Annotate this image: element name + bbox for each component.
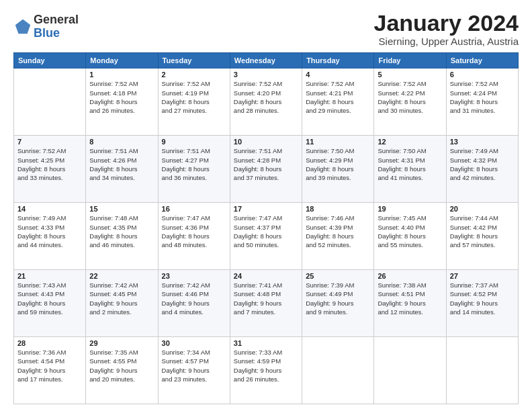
calendar-cell (374, 337, 446, 404)
day-info: Sunrise: 7:50 AMSunset: 4:31 PMDaylight:… (378, 146, 442, 182)
day-number: 6 (450, 71, 515, 79)
day-number: 13 (450, 138, 515, 146)
day-info: Sunrise: 7:35 AMSunset: 4:55 PMDaylight:… (89, 348, 154, 383)
calendar-cell: 28Sunrise: 7:36 AMSunset: 4:54 PMDayligh… (14, 337, 86, 404)
day-info: Sunrise: 7:51 AMSunset: 4:26 PMDaylight:… (89, 146, 154, 182)
day-number: 22 (89, 272, 154, 280)
day-number: 27 (450, 272, 515, 280)
day-number: 4 (306, 71, 370, 79)
day-info: Sunrise: 7:43 AMSunset: 4:43 PMDaylight:… (17, 281, 82, 316)
day-info: Sunrise: 7:52 AMSunset: 4:25 PMDaylight:… (17, 146, 82, 182)
calendar-cell: 12Sunrise: 7:50 AMSunset: 4:31 PMDayligh… (374, 136, 446, 203)
day-number: 12 (378, 138, 442, 146)
main-title: January 2024 (374, 11, 519, 36)
day-info: Sunrise: 7:52 AMSunset: 4:18 PMDaylight:… (89, 79, 154, 115)
svg-marker-0 (15, 19, 30, 34)
day-info: Sunrise: 7:47 AMSunset: 4:36 PMDaylight:… (162, 214, 226, 249)
calendar-cell: 17Sunrise: 7:47 AMSunset: 4:37 PMDayligh… (230, 203, 302, 270)
logo-icon (13, 17, 32, 36)
col-monday: Monday (86, 53, 158, 68)
day-info: Sunrise: 7:44 AMSunset: 4:42 PMDaylight:… (450, 214, 515, 249)
day-info: Sunrise: 7:52 AMSunset: 4:19 PMDaylight:… (162, 79, 226, 115)
calendar-cell (14, 68, 86, 136)
calendar-week-row: 28Sunrise: 7:36 AMSunset: 4:54 PMDayligh… (14, 337, 519, 404)
day-number: 25 (306, 272, 370, 280)
day-info: Sunrise: 7:39 AMSunset: 4:49 PMDaylight:… (306, 281, 370, 316)
page: General Blue January 2024 Sierning, Uppe… (0, 0, 532, 411)
day-number: 3 (234, 71, 298, 79)
calendar-cell (302, 337, 374, 404)
day-info: Sunrise: 7:52 AMSunset: 4:22 PMDaylight:… (378, 79, 442, 115)
day-number: 15 (89, 205, 154, 213)
calendar-cell: 14Sunrise: 7:49 AMSunset: 4:33 PMDayligh… (14, 203, 86, 270)
day-number: 20 (450, 205, 515, 213)
day-info: Sunrise: 7:48 AMSunset: 4:35 PMDaylight:… (89, 214, 154, 249)
day-number: 18 (306, 205, 370, 213)
day-number: 10 (234, 138, 298, 146)
calendar-cell: 27Sunrise: 7:37 AMSunset: 4:52 PMDayligh… (446, 270, 518, 337)
logo-blue-text: Blue (34, 27, 79, 40)
calendar-cell: 24Sunrise: 7:41 AMSunset: 4:48 PMDayligh… (230, 270, 302, 337)
calendar-cell: 30Sunrise: 7:34 AMSunset: 4:57 PMDayligh… (158, 337, 230, 404)
day-number: 8 (89, 138, 154, 146)
day-info: Sunrise: 7:52 AMSunset: 4:24 PMDaylight:… (450, 79, 515, 115)
calendar-cell: 25Sunrise: 7:39 AMSunset: 4:49 PMDayligh… (302, 270, 374, 337)
calendar-cell: 23Sunrise: 7:42 AMSunset: 4:46 PMDayligh… (158, 270, 230, 337)
day-number: 2 (162, 71, 226, 79)
calendar-cell: 7Sunrise: 7:52 AMSunset: 4:25 PMDaylight… (14, 136, 86, 203)
calendar-week-row: 14Sunrise: 7:49 AMSunset: 4:33 PMDayligh… (14, 203, 519, 270)
day-number: 23 (162, 272, 226, 280)
col-sunday: Sunday (14, 53, 86, 68)
calendar-cell: 22Sunrise: 7:42 AMSunset: 4:45 PMDayligh… (86, 270, 158, 337)
col-tuesday: Tuesday (158, 53, 230, 68)
day-info: Sunrise: 7:41 AMSunset: 4:48 PMDaylight:… (234, 281, 298, 316)
calendar-cell: 1Sunrise: 7:52 AMSunset: 4:18 PMDaylight… (86, 68, 158, 136)
day-number: 14 (17, 205, 82, 213)
day-info: Sunrise: 7:51 AMSunset: 4:27 PMDaylight:… (162, 146, 226, 182)
calendar-cell: 9Sunrise: 7:51 AMSunset: 4:27 PMDaylight… (158, 136, 230, 203)
calendar-cell: 10Sunrise: 7:51 AMSunset: 4:28 PMDayligh… (230, 136, 302, 203)
day-number: 29 (89, 339, 154, 347)
day-info: Sunrise: 7:33 AMSunset: 4:59 PMDaylight:… (234, 348, 298, 383)
calendar-cell: 11Sunrise: 7:50 AMSunset: 4:29 PMDayligh… (302, 136, 374, 203)
day-info: Sunrise: 7:47 AMSunset: 4:37 PMDaylight:… (234, 214, 298, 249)
calendar-cell: 6Sunrise: 7:52 AMSunset: 4:24 PMDaylight… (446, 68, 518, 136)
day-number: 19 (378, 205, 442, 213)
calendar-week-row: 7Sunrise: 7:52 AMSunset: 4:25 PMDaylight… (14, 136, 519, 203)
day-info: Sunrise: 7:51 AMSunset: 4:28 PMDaylight:… (234, 146, 298, 182)
day-info: Sunrise: 7:38 AMSunset: 4:51 PMDaylight:… (378, 281, 442, 316)
calendar-cell: 13Sunrise: 7:49 AMSunset: 4:32 PMDayligh… (446, 136, 518, 203)
day-info: Sunrise: 7:46 AMSunset: 4:39 PMDaylight:… (306, 214, 370, 249)
calendar-cell: 16Sunrise: 7:47 AMSunset: 4:36 PMDayligh… (158, 203, 230, 270)
day-info: Sunrise: 7:42 AMSunset: 4:45 PMDaylight:… (89, 281, 154, 316)
day-number: 9 (162, 138, 226, 146)
day-number: 31 (234, 339, 298, 347)
calendar-header-row: Sunday Monday Tuesday Wednesday Thursday… (14, 53, 519, 68)
header: General Blue January 2024 Sierning, Uppe… (13, 11, 519, 47)
calendar-cell: 31Sunrise: 7:33 AMSunset: 4:59 PMDayligh… (230, 337, 302, 404)
day-info: Sunrise: 7:52 AMSunset: 4:21 PMDaylight:… (306, 79, 370, 115)
day-info: Sunrise: 7:49 AMSunset: 4:32 PMDaylight:… (450, 146, 515, 182)
calendar-cell: 3Sunrise: 7:52 AMSunset: 4:20 PMDaylight… (230, 68, 302, 136)
calendar-week-row: 1Sunrise: 7:52 AMSunset: 4:18 PMDaylight… (14, 68, 519, 136)
calendar-cell: 26Sunrise: 7:38 AMSunset: 4:51 PMDayligh… (374, 270, 446, 337)
calendar-cell: 20Sunrise: 7:44 AMSunset: 4:42 PMDayligh… (446, 203, 518, 270)
calendar-cell: 19Sunrise: 7:45 AMSunset: 4:40 PMDayligh… (374, 203, 446, 270)
title-section: January 2024 Sierning, Upper Austria, Au… (374, 11, 519, 47)
day-number: 16 (162, 205, 226, 213)
logo: General Blue (13, 13, 79, 40)
calendar-cell: 21Sunrise: 7:43 AMSunset: 4:43 PMDayligh… (14, 270, 86, 337)
day-info: Sunrise: 7:49 AMSunset: 4:33 PMDaylight:… (17, 214, 82, 249)
calendar-cell: 18Sunrise: 7:46 AMSunset: 4:39 PMDayligh… (302, 203, 374, 270)
col-friday: Friday (374, 53, 446, 68)
logo-general-text: General (34, 13, 79, 27)
col-wednesday: Wednesday (230, 53, 302, 68)
day-number: 1 (89, 71, 154, 79)
col-thursday: Thursday (302, 53, 374, 68)
day-number: 5 (378, 71, 442, 79)
day-info: Sunrise: 7:45 AMSunset: 4:40 PMDaylight:… (378, 214, 442, 249)
day-number: 17 (234, 205, 298, 213)
calendar-cell: 15Sunrise: 7:48 AMSunset: 4:35 PMDayligh… (86, 203, 158, 270)
day-number: 7 (17, 138, 82, 146)
calendar-table: Sunday Monday Tuesday Wednesday Thursday… (13, 52, 519, 404)
